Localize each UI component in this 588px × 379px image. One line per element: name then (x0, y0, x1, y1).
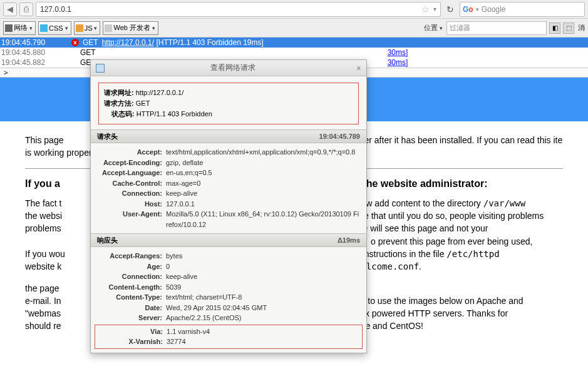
popup-titlebar[interactable]: 查看网络请求 × (91, 60, 366, 76)
network-panel-button[interactable]: 网络▾ (3, 21, 36, 35)
error-icon: × (71, 39, 79, 46)
request-headers: Accept:text/html,application/xhtml+xml,a… (91, 143, 366, 233)
js-panel-button[interactable]: JS▾ (74, 21, 101, 35)
search-placeholder: Google (482, 5, 506, 14)
request-summary: 请求网址: http://127.0.0.1/ 请求方法: GET 状态码: H… (98, 83, 359, 124)
devtools-toolbar: 网络▾ CSS▾ JS▾ Web 开发者▾ 位置▾ 过滤器 ◧ ⬚ 消 (0, 19, 588, 38)
highlighted-headers: Via:1.1 varnish-v4 X-Varnish:32774 (95, 325, 363, 349)
browser-nav-bar: ◀ ⎙ 127.0.0.1 ☆ ▾ ↻ Go ▾ Google (0, 0, 588, 19)
search-input[interactable]: Go ▾ Google (460, 2, 585, 17)
inspect-icon[interactable]: ◧ (549, 23, 560, 34)
request-url: http://127.0.0.1/ (102, 38, 154, 47)
response-headers-section[interactable]: 响应头Δ19ms (91, 233, 366, 247)
response-headers: Accept-Ranges:bytes Age:0 Connection:kee… (91, 247, 366, 325)
filter-input[interactable]: 过滤器 (446, 21, 547, 35)
webdev-panel-button[interactable]: Web 开发者▾ (103, 21, 158, 35)
request-headers-section[interactable]: 请求头19:04:45.789 (91, 129, 366, 143)
reload-button[interactable]: ↻ (443, 3, 457, 16)
url-input[interactable]: 127.0.0.1 ☆ ▾ (36, 2, 441, 17)
css-panel-button[interactable]: CSS▾ (38, 21, 71, 35)
url-text: 127.0.0.1 (40, 5, 71, 14)
request-row[interactable]: 19:04:45.880 GET 30ms] (0, 48, 588, 58)
settings-icon[interactable]: ⬚ (563, 23, 574, 34)
google-logo-icon: Go (463, 5, 473, 14)
window-icon (96, 64, 105, 73)
request-row[interactable]: 19:04:45.790 × GET http://127.0.0.1/ [HT… (0, 38, 588, 48)
close-icon[interactable]: × (356, 63, 361, 73)
clear-button[interactable]: 消 (578, 23, 585, 33)
chevron-down-icon[interactable]: ▾ (433, 6, 436, 13)
back-button[interactable]: ◀ (3, 3, 17, 16)
position-label: 位置▾ (424, 23, 443, 33)
network-request-popup: 查看网络请求 × 请求网址: http://127.0.0.1/ 请求方法: G… (90, 59, 367, 353)
bookmark-icon[interactable]: ☆ (421, 4, 430, 14)
home-button[interactable]: ⎙ (19, 3, 33, 16)
